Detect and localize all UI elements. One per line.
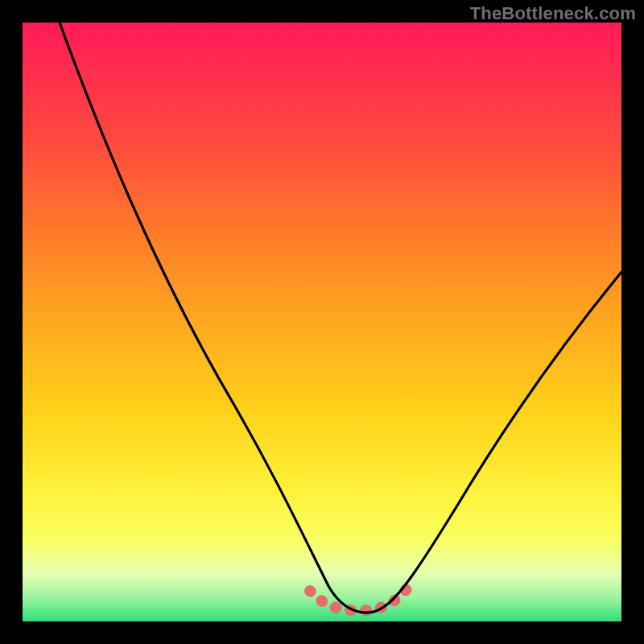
watermark-text: TheBottleneck.com xyxy=(470,3,636,24)
main-curve xyxy=(60,23,621,613)
plot-area xyxy=(23,23,621,621)
curve-layer xyxy=(23,23,621,621)
chart-frame: TheBottleneck.com xyxy=(0,0,644,644)
